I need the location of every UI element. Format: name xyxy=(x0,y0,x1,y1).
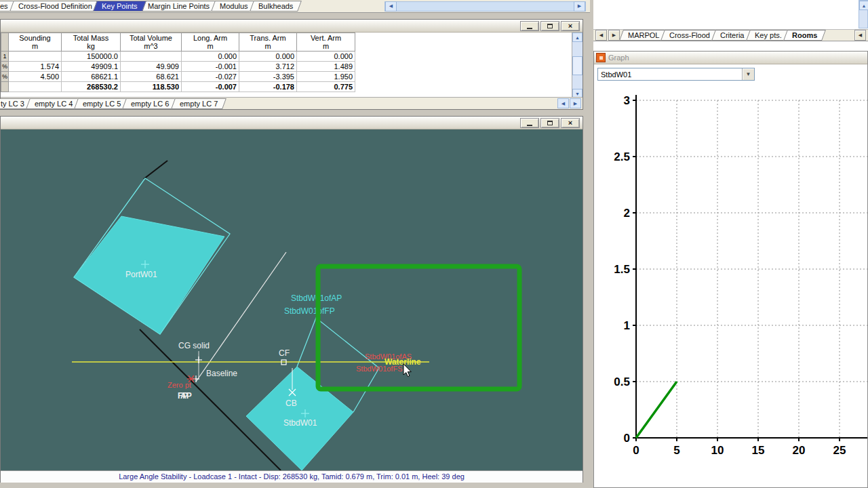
tab-margin-line-points[interactable]: Margin Line Points xyxy=(139,1,218,12)
status-bar: Large Angle Stability - Loadcase 1 - Int… xyxy=(1,470,583,483)
tab-empty-lc6[interactable]: empty LC 6 xyxy=(122,98,178,109)
table-row: % 4.500 68621.1 68.621 -0.027 -3.395 1.9… xyxy=(1,72,355,82)
stability-canvas[interactable]: PortW01 StbdW01 StbdW01ofAP StbdW01ofFP … xyxy=(1,129,583,470)
scrollbar-thumb[interactable] xyxy=(572,56,583,75)
tab-key-points[interactable]: Key Points xyxy=(94,1,146,12)
cell[interactable]: 68621.1 xyxy=(62,72,121,82)
cell[interactable]: 1.489 xyxy=(297,62,355,72)
table-area: Soundingm Total Masskg Total Volumem^3 L… xyxy=(1,33,583,98)
tab-empty-lc4[interactable]: empty LC 4 xyxy=(26,98,81,109)
svg-text:25: 25 xyxy=(833,444,846,457)
tabs-nav-right-button[interactable]: ▶ xyxy=(608,30,620,41)
tab-empty-lc7[interactable]: empty LC 7 xyxy=(171,98,226,109)
minimize-icon xyxy=(527,125,532,126)
tab-bulkheads[interactable]: Bulkheads xyxy=(250,1,302,12)
close-button[interactable]: × xyxy=(561,21,580,31)
close-icon: × xyxy=(568,22,572,30)
cell[interactable]: 49.909 xyxy=(121,62,182,72)
cg-label: CG solid xyxy=(178,341,210,350)
scroll-right-icon: ▶ xyxy=(574,101,577,106)
cell[interactable]: 0.000 xyxy=(297,52,355,62)
cell[interactable]: 150000.0 xyxy=(62,52,121,62)
tab-rooms[interactable]: Rooms xyxy=(783,30,826,41)
nav-right-icon: ▶ xyxy=(612,33,616,38)
minimize-button[interactable] xyxy=(520,21,539,31)
room-selector-dropdown[interactable]: StbdW01 ▼ xyxy=(597,68,755,81)
zero-point-label: Zero pt xyxy=(167,381,191,389)
loadcase-tab-strip: ty LC 3 empty LC 4 empty LC 5 empty LC 6… xyxy=(1,97,583,109)
nav-left-icon: ◀ xyxy=(599,33,603,38)
table-row: % 1.574 49909.1 49.909 -0.001 3.712 1.48… xyxy=(1,62,355,72)
table-vertical-scrollbar[interactable]: ▲ ▼ xyxy=(572,33,583,98)
cell[interactable]: 1.574 xyxy=(9,62,62,72)
cell[interactable]: -0.001 xyxy=(182,62,239,72)
total-cell: 0.775 xyxy=(297,82,355,92)
svg-text:2.5: 2.5 xyxy=(614,150,630,163)
chevron-down-icon: ▼ xyxy=(746,71,751,77)
col-header-total-mass: Total Masskg xyxy=(62,33,121,52)
tabs-scroll-left-button[interactable]: ◀ xyxy=(557,98,569,108)
col-header-total-volume: Total Volumem^3 xyxy=(121,33,182,52)
cell[interactable]: 0.000 xyxy=(182,52,239,62)
view-window-titlebar[interactable]: × xyxy=(1,117,583,129)
scroll-up-button[interactable]: ▲ xyxy=(859,1,868,10)
stability-drawing: PortW01 StbdW01 StbdW01ofAP StbdW01ofFP … xyxy=(1,129,583,470)
cell[interactable]: 0.000 xyxy=(239,52,297,62)
ap-label: AP xyxy=(180,391,192,401)
loadcase-table-window: × Soundingm Total Masskg Total Volumem^3… xyxy=(0,19,583,110)
tab-cross-flood-definition[interactable]: Cross-Flood Definition xyxy=(9,1,101,12)
tab-scrollbar[interactable]: ◀ ▶ xyxy=(384,1,586,12)
tabs-scroll-left-button[interactable]: ◀ xyxy=(854,30,866,41)
table-total-row: 268530.2 118.530 -0.007 -0.178 0.775 xyxy=(1,82,355,92)
svg-text:5: 5 xyxy=(673,444,679,457)
right-pane-scrollbar[interactable]: ▲ xyxy=(859,0,868,28)
col-header-sounding: Soundingm xyxy=(9,33,62,52)
scroll-right-button[interactable]: ▶ xyxy=(574,1,585,12)
cell[interactable]: 4.500 xyxy=(9,72,62,82)
svg-text:1.5: 1.5 xyxy=(614,263,630,276)
cell[interactable]: -0.027 xyxy=(182,72,239,82)
cell[interactable]: 3.712 xyxy=(239,62,297,72)
scroll-left-button[interactable]: ◀ xyxy=(385,1,397,12)
loadcase-table: Soundingm Total Masskg Total Volumem^3 L… xyxy=(1,33,355,92)
minimize-icon xyxy=(527,28,532,29)
tabs-scroll-right-button[interactable]: ▶ xyxy=(570,98,581,108)
graph-window: Graph StbdW01 ▼ 00.511.522.530510152025 xyxy=(593,51,868,488)
cell[interactable]: 49909.1 xyxy=(62,62,121,72)
row-header[interactable]: % xyxy=(1,72,9,82)
tabs-nav-left-button[interactable]: ◀ xyxy=(595,30,607,41)
col-header-long-arm: Long. Armm xyxy=(182,33,239,52)
cell[interactable]: 68.621 xyxy=(121,72,182,82)
restore-button[interactable] xyxy=(540,21,559,31)
restore-button[interactable] xyxy=(540,118,559,128)
cell[interactable] xyxy=(121,52,182,62)
graph-window-title: Graph xyxy=(608,54,629,62)
row-header[interactable]: 1 xyxy=(1,52,9,62)
scroll-up-button[interactable]: ▲ xyxy=(572,33,583,42)
table-window-titlebar[interactable]: × xyxy=(1,20,583,33)
graph-window-icon xyxy=(596,53,606,62)
close-icon: × xyxy=(568,119,572,127)
graph-plot: 00.511.522.530510152025 xyxy=(594,89,867,487)
port-tank-label: PortW01 xyxy=(125,270,157,279)
cell[interactable]: 1.950 xyxy=(297,72,355,82)
total-cell: -0.178 xyxy=(239,82,297,92)
stbd-tank-label: StbdW01 xyxy=(283,418,317,428)
dropdown-button[interactable]: ▼ xyxy=(742,68,754,80)
cell[interactable] xyxy=(9,52,62,62)
scroll-down-icon: ▼ xyxy=(575,92,580,96)
stability-view-window: × xyxy=(0,116,583,483)
tab-empty-lc5[interactable]: empty LC 5 xyxy=(74,98,130,109)
restore-icon xyxy=(547,24,553,28)
minimize-button[interactable] xyxy=(520,118,539,128)
total-cell: 118.530 xyxy=(121,82,182,92)
cell[interactable]: -3.395 xyxy=(239,72,297,82)
total-cell: -0.007 xyxy=(182,82,239,92)
row-header[interactable]: % xyxy=(1,62,9,72)
svg-text:2: 2 xyxy=(624,207,630,220)
tab-cross-flood[interactable]: Cross-Flood xyxy=(661,30,719,41)
highlight-rectangle xyxy=(318,266,519,389)
close-button[interactable]: × xyxy=(561,118,580,128)
svg-text:0: 0 xyxy=(624,432,630,445)
graph-window-titlebar[interactable]: Graph xyxy=(594,52,867,64)
